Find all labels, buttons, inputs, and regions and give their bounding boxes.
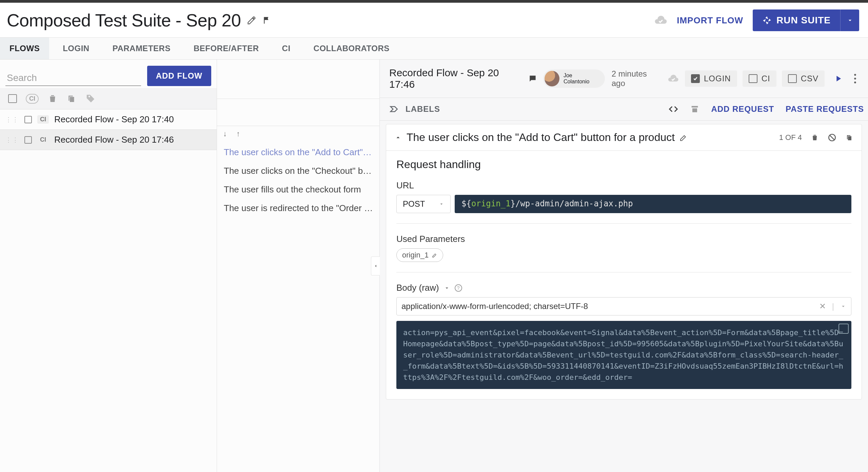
add-flow-button[interactable]: ADD FLOW — [147, 66, 211, 86]
expand-icon[interactable] — [839, 324, 849, 334]
body-raw-field[interactable]: action=pys_api_event&pixel=facebook&even… — [396, 321, 851, 389]
checkbox-icon — [749, 74, 757, 83]
body-label: Body (raw) — [396, 283, 439, 293]
content-type-select[interactable]: application/x-www-form-urlencoded; chars… — [396, 297, 851, 315]
archive-icon[interactable] — [690, 104, 699, 114]
checkbox-icon — [788, 74, 797, 83]
arrow-down-icon[interactable]: ↓ — [223, 129, 227, 138]
step-item[interactable]: The user clicks on the "Add to Cart" but… — [222, 143, 376, 162]
url-label: URL — [396, 180, 851, 191]
run-suite-menu-button[interactable] — [840, 9, 859, 31]
flow-title: Recorded Flow - Sep 20 17:46 — [389, 67, 522, 90]
tab-login[interactable]: LOGIN — [53, 38, 99, 59]
ci-toggle-label: CI — [762, 74, 770, 83]
tab-before-after[interactable]: BEFORE/AFTER — [184, 38, 269, 59]
flow-list-item[interactable]: ⋮⋮ CI Recorded Flow - Sep 20 17:46 — [0, 130, 217, 150]
method-value: POST — [403, 199, 425, 209]
request-title: The user clicks on the "Add to Cart" but… — [407, 131, 675, 144]
copy-icon[interactable] — [66, 94, 77, 104]
suite-title: Composed Test Suite - Sep 20 — [7, 10, 241, 30]
cloud-saved-icon — [654, 14, 667, 27]
login-toggle-label: LOGIN — [704, 74, 731, 83]
tab-collaborators[interactable]: COLLABORATORS — [304, 38, 399, 59]
run-suite-button[interactable]: RUN SUITE — [753, 9, 840, 31]
trash-icon[interactable] — [811, 134, 819, 142]
flow-name: Recorded Flow - Sep 20 17:40 — [54, 114, 174, 125]
svg-point-1 — [854, 78, 856, 80]
copy-icon[interactable] — [845, 134, 853, 142]
time-ago: 2 minutes ago — [612, 69, 660, 88]
drag-handle-icon[interactable]: ⋮⋮ — [5, 116, 19, 123]
method-select[interactable]: POST — [396, 195, 451, 213]
trash-icon[interactable] — [47, 94, 58, 104]
tabs: FLOWS LOGIN PARAMETERS BEFORE/AFTER CI C… — [0, 37, 868, 60]
select-all-checkbox[interactable] — [8, 94, 17, 103]
play-icon[interactable] — [830, 74, 846, 83]
ci-badge: CI — [37, 115, 49, 124]
comment-icon[interactable] — [528, 74, 537, 83]
search-input[interactable] — [5, 70, 141, 86]
login-toggle[interactable]: LOGIN — [685, 70, 737, 87]
labels-heading: LABELS — [406, 104, 440, 114]
cloud-saved-icon — [667, 73, 679, 84]
row-checkbox[interactable] — [24, 116, 32, 123]
import-flow-button[interactable]: IMPORT FLOW — [677, 15, 743, 26]
author-name: Joe Colantonio — [564, 73, 598, 85]
tab-flows[interactable]: FLOWS — [0, 38, 49, 59]
section-heading: Request handling — [396, 158, 851, 171]
arrow-up-icon[interactable]: ↑ — [236, 129, 240, 138]
content-type-value: application/x-www-form-urlencoded; chars… — [401, 302, 588, 311]
csv-toggle[interactable]: CSV — [782, 70, 825, 87]
run-suite-label: RUN SUITE — [776, 15, 831, 26]
flow-list-item[interactable]: ⋮⋮ CI Recorded Flow - Sep 20 17:40 — [0, 109, 217, 130]
flag-icon[interactable] — [262, 16, 271, 25]
param-chip-label: origin_1 — [402, 251, 429, 260]
csv-toggle-label: CSV — [801, 74, 818, 83]
clear-icon[interactable]: ✕ — [819, 302, 826, 311]
used-params-label: Used Parameters — [396, 234, 851, 244]
ci-toggle[interactable]: CI — [743, 70, 776, 87]
edit-icon[interactable] — [247, 16, 256, 25]
flow-name: Recorded Flow - Sep 20 17:46 — [54, 135, 174, 145]
ci-badge: CI — [37, 136, 49, 144]
step-item[interactable]: The user fills out the checkout form — [222, 180, 376, 199]
step-item[interactable]: The user clicks on the "Checkout" button — [222, 162, 376, 180]
drag-handle-icon[interactable]: ⋮⋮ — [5, 136, 19, 144]
tag-icon[interactable] — [85, 94, 96, 104]
collapse-steps-button[interactable] — [371, 256, 380, 275]
checkbox-checked-icon — [691, 74, 700, 83]
chevron-up-icon[interactable] — [394, 134, 402, 141]
pinwheel-icon — [762, 16, 772, 25]
row-checkbox[interactable] — [24, 136, 32, 144]
label-icon[interactable] — [389, 104, 399, 114]
author-chip[interactable]: Joe Colantonio — [543, 69, 605, 88]
param-chip[interactable]: origin_1 — [396, 248, 443, 262]
url-field[interactable]: ${origin_1}/wp-admin/admin-ajax.php — [455, 195, 851, 213]
ci-filter-chip[interactable]: CI — [26, 94, 39, 104]
step-item[interactable]: The user is redirected to the "Order Rec… — [222, 199, 376, 218]
add-request-button[interactable]: ADD REQUEST — [711, 104, 774, 114]
tab-ci[interactable]: CI — [273, 38, 300, 59]
svg-point-2 — [854, 81, 856, 83]
tab-parameters[interactable]: PARAMETERS — [103, 38, 180, 59]
paste-requests-button[interactable]: PASTE REQUESTS — [786, 104, 864, 114]
request-position: 1 OF 4 — [779, 133, 802, 142]
code-icon[interactable] — [668, 104, 678, 114]
svg-point-0 — [854, 74, 856, 76]
edit-icon[interactable] — [679, 134, 688, 142]
avatar — [545, 71, 559, 86]
more-icon[interactable] — [852, 74, 859, 83]
body-raw-text: action=pys_api_event&pixel=facebook&even… — [403, 328, 843, 382]
chevron-down-icon[interactable] — [444, 285, 450, 291]
help-icon[interactable]: ? — [455, 284, 462, 292]
block-icon[interactable] — [828, 133, 836, 142]
